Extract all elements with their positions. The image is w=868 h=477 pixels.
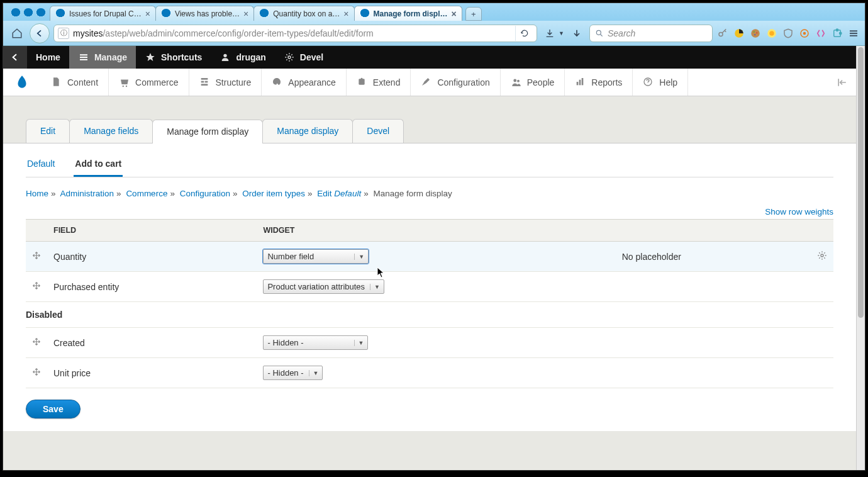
url-bar[interactable]: ⓘ mysites/astep/web/admin/commerce/confi… <box>53 25 537 42</box>
breadcrumb-current: Manage form display <box>373 189 452 198</box>
drupal-logo[interactable] <box>3 69 41 96</box>
downloads-button[interactable] <box>541 25 559 42</box>
home-button[interactable] <box>8 25 26 42</box>
drupal-favicon[interactable] <box>23 8 33 18</box>
field-label: Unit price <box>47 358 257 388</box>
vertical-scrollbar[interactable] <box>856 46 865 470</box>
browser-tab[interactable]: Quantity box on a… × <box>253 6 354 21</box>
drupal-favicon[interactable] <box>11 8 21 18</box>
breadcrumb-config[interactable]: Configuration <box>180 189 230 198</box>
tab-devel[interactable]: Devel <box>352 119 404 143</box>
admin-structure[interactable]: Structure <box>189 69 262 96</box>
show-row-weights-link[interactable]: Show row weights <box>765 207 833 216</box>
toolbar-user[interactable]: drugan <box>211 46 274 69</box>
subtab-add-to-cart[interactable]: Add to cart <box>74 152 123 177</box>
close-icon[interactable]: × <box>343 9 348 19</box>
breadcrumb-home[interactable]: Home <box>26 189 48 198</box>
svg-point-30 <box>821 254 823 257</box>
tab-manage-fields[interactable]: Manage fields <box>69 119 153 143</box>
browser-tab[interactable]: Views has proble… × <box>155 6 254 21</box>
widget-select-created[interactable]: - Hidden - ▼ <box>263 335 368 350</box>
downloads-dropdown-button[interactable] <box>568 25 586 42</box>
svg-point-3 <box>751 29 760 38</box>
drag-handle-icon[interactable] <box>26 358 47 388</box>
toolbar-devel[interactable]: Devel <box>275 46 332 69</box>
new-tab-button[interactable]: + <box>465 7 482 21</box>
admin-configuration[interactable]: Configuration <box>411 69 500 96</box>
admin-extend[interactable]: Extend <box>347 69 411 96</box>
drag-handle-icon[interactable] <box>26 242 47 272</box>
reload-button[interactable] <box>515 26 533 41</box>
browser-navbar: ⓘ mysites/astep/web/admin/commerce/confi… <box>3 21 865 46</box>
url-text: mysites/astep/web/admin/commerce/config/… <box>73 28 374 38</box>
search-placeholder: Search <box>608 28 635 38</box>
breadcrumb-admin[interactable]: Administration <box>60 189 114 198</box>
gear-icon[interactable] <box>808 242 833 272</box>
breadcrumb-order-item-types[interactable]: Order item types <box>242 189 305 198</box>
widget-select-quantity[interactable]: Number field ▼ <box>263 249 369 264</box>
tab-manage-form-display[interactable]: Manage form display <box>152 120 263 143</box>
menu-button[interactable] <box>847 27 860 40</box>
toolbar-shortcuts[interactable]: Shortcuts <box>136 46 211 69</box>
subtab-default[interactable]: Default <box>26 152 56 177</box>
drag-handle-icon[interactable] <box>26 272 47 302</box>
close-icon[interactable]: × <box>145 9 150 19</box>
disabled-section: Disabled <box>26 302 833 328</box>
table-row: Quantity Number field ▼ No placeholder <box>26 242 833 272</box>
svg-point-15 <box>288 56 291 59</box>
th-field: FIELD <box>47 220 257 242</box>
tab-label: Manage form displ… <box>374 9 448 18</box>
cookie-icon[interactable] <box>749 27 762 40</box>
svg-point-5 <box>756 32 757 33</box>
sun-icon[interactable] <box>765 27 778 40</box>
svg-point-13 <box>840 32 842 34</box>
orange-dot-icon[interactable] <box>798 27 811 40</box>
admin-reports[interactable]: Reports <box>565 69 633 96</box>
svg-point-23 <box>360 77 362 79</box>
admin-people[interactable]: People <box>501 69 565 96</box>
field-label: Quantity <box>47 242 257 272</box>
drag-handle-icon[interactable] <box>26 328 47 358</box>
pink-brackets-icon[interactable] <box>815 27 827 40</box>
close-icon[interactable]: × <box>452 9 457 19</box>
svg-point-12 <box>836 29 838 31</box>
admin-help[interactable]: Help <box>633 69 688 96</box>
drupal-toolbar: Home Manage Shortcuts drugan Devel <box>3 46 856 69</box>
identity-icon[interactable]: ⓘ <box>58 28 69 39</box>
svg-rect-18 <box>201 78 208 80</box>
tab-label: Views has proble… <box>175 9 240 18</box>
key-icon[interactable] <box>716 27 729 40</box>
drupal-favicon[interactable] <box>36 8 46 18</box>
svg-point-25 <box>517 79 520 82</box>
shield-icon[interactable] <box>782 27 794 40</box>
close-icon[interactable]: × <box>243 9 248 19</box>
browser-tab[interactable]: Issues for Drupal C… × <box>50 6 156 21</box>
tab-label: Issues for Drupal C… <box>69 9 142 18</box>
svg-point-24 <box>513 79 516 82</box>
tab-manage-display[interactable]: Manage display <box>262 119 353 143</box>
toolbar-home[interactable]: Home <box>27 46 69 69</box>
pie-icon[interactable] <box>733 27 745 40</box>
save-button[interactable]: Save <box>26 400 81 418</box>
browser-tab-active[interactable]: Manage form displ… × <box>354 6 462 21</box>
svg-point-17 <box>126 85 127 86</box>
breadcrumb-edit-default[interactable]: Edit Default <box>317 189 361 198</box>
tab-label: Quantity box on a… <box>273 9 340 18</box>
tab-edit[interactable]: Edit <box>26 119 70 143</box>
svg-rect-28 <box>582 78 584 85</box>
back-button[interactable] <box>30 23 50 43</box>
breadcrumb-commerce[interactable]: Commerce <box>126 189 167 198</box>
search-bar[interactable]: Search <box>589 25 713 42</box>
svg-point-8 <box>769 31 774 36</box>
puzzle-icon[interactable] <box>831 27 843 40</box>
admin-commerce[interactable]: Commerce <box>109 69 189 96</box>
primary-tabs: Edit Manage fields Manage form display M… <box>3 105 856 143</box>
admin-appearance[interactable]: Appearance <box>262 69 347 96</box>
admin-content[interactable]: Content <box>41 69 109 96</box>
scrollbar-thumb[interactable] <box>858 47 864 318</box>
toolbar-back-button[interactable] <box>3 46 27 69</box>
widget-select-purchased-entity[interactable]: Product variation attributes ▼ <box>263 279 384 294</box>
widget-select-unit-price[interactable]: - Hidden - ▼ <box>263 366 323 380</box>
toolbar-manage[interactable]: Manage <box>69 46 136 69</box>
admin-collapse-button[interactable] <box>828 69 856 96</box>
